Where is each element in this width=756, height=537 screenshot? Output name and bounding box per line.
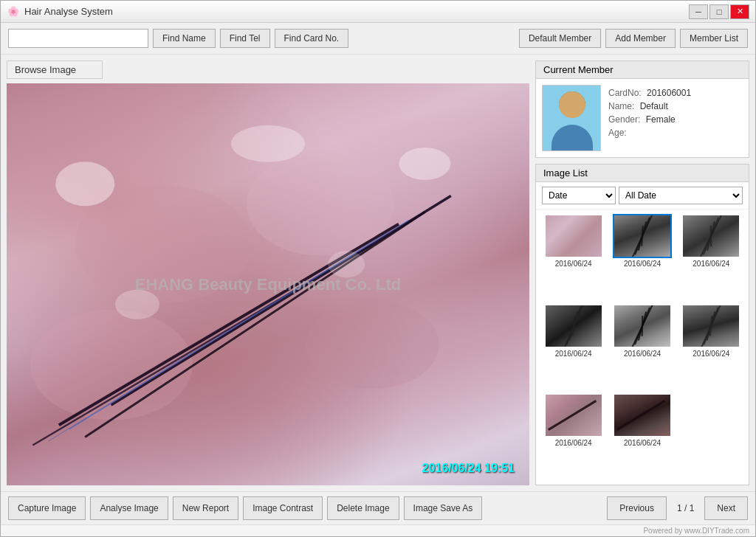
page-separator: /: [684, 503, 687, 513]
thumbnail-svg: [614, 305, 670, 347]
svg-line-18: [642, 226, 643, 246]
window-controls: ─ □ ✕: [689, 4, 749, 19]
bottom-bar: Capture Image Analyse Image New Report I…: [1, 491, 755, 524]
find-tel-button[interactable]: Find Tel: [220, 29, 270, 48]
thumbnail-svg: [546, 395, 602, 436]
thumbnail-image: [681, 214, 740, 258]
card-no-label: CardNo:: [608, 88, 642, 98]
list-item[interactable]: 2016/06/24: [540, 214, 606, 301]
svg-line-35: [548, 401, 596, 430]
minimize-button[interactable]: ─: [689, 4, 708, 19]
thumbnail-image: [544, 304, 603, 348]
list-item[interactable]: 2016/06/24: [609, 393, 675, 480]
thumbnail-date: 2016/06/24: [693, 260, 729, 268]
close-button[interactable]: ✕: [730, 4, 749, 19]
thumbnail-date: 2016/06/24: [555, 350, 592, 358]
search-input[interactable]: [8, 29, 148, 48]
maximize-button[interactable]: □: [709, 4, 729, 19]
member-info: CardNo: 201606001 Name: Default Gender: …: [536, 79, 749, 157]
thumbnail-svg: [614, 215, 670, 257]
thumbnail-svg: [546, 305, 602, 347]
main-content: Browse Image: [1, 55, 755, 491]
find-card-no-button[interactable]: Find Card No.: [275, 29, 349, 48]
thumbnail-svg: [683, 215, 739, 257]
browse-image-label: Browse Image: [7, 60, 103, 79]
status-text: Powered by www.DIYTrade.com: [643, 527, 749, 535]
delete-image-button[interactable]: Delete Image: [327, 496, 399, 520]
image-save-as-button[interactable]: Image Save As: [404, 496, 483, 520]
thumbnail-image: [544, 393, 603, 437]
analyse-image-button[interactable]: Analyse Image: [90, 496, 168, 520]
member-list-button[interactable]: Member List: [680, 29, 748, 48]
avatar-body: [551, 125, 593, 150]
svg-point-2: [306, 300, 439, 389]
thumbnail-date: 2016/06/24: [555, 260, 592, 268]
list-item[interactable]: 2016/06/24: [609, 304, 675, 391]
member-avatar: [542, 85, 601, 151]
window-title: Hair Analyse System: [24, 6, 113, 17]
avatar-figure: [543, 85, 600, 150]
thumbnail-date: 2016/06/24: [624, 350, 661, 358]
page-info: 1 / 1: [671, 503, 700, 513]
all-date-filter-select[interactable]: All Date: [619, 187, 743, 204]
svg-line-36: [617, 401, 665, 430]
thumbnail-svg: [546, 215, 602, 257]
member-section: Current Member CardNo: 201606001: [535, 60, 749, 158]
gender-value: Female: [646, 114, 676, 125]
svg-point-14: [328, 251, 365, 277]
thumbnail-image: [544, 214, 603, 258]
date-filter-select[interactable]: Date: [542, 187, 616, 204]
list-item[interactable]: 2016/06/24: [678, 214, 744, 301]
find-name-button[interactable]: Find Name: [153, 29, 216, 48]
thumbnail-image: [613, 304, 672, 348]
list-item[interactable]: 2016/06/24: [678, 304, 744, 391]
card-no-value: 201606001: [647, 88, 691, 98]
thumbnail-image: [613, 214, 672, 258]
svg-point-11: [231, 125, 305, 162]
card-no-row: CardNo: 201606001: [608, 88, 743, 98]
thumbnail-svg: [683, 305, 739, 347]
left-panel: Browse Image: [7, 60, 529, 485]
right-panel: Current Member CardNo: 201606001: [535, 60, 749, 485]
avatar-head: [559, 91, 585, 118]
name-value: Default: [640, 101, 668, 111]
svg-line-34: [710, 316, 712, 336]
pagination: Previous 1 / 1 Next: [607, 496, 748, 520]
gender-row: Gender: Female: [608, 114, 743, 125]
main-window: 🌸 Hair Analyse System ─ □ ✕ Find Name Fi…: [0, 0, 756, 537]
thumbnail-date: 2016/06/24: [624, 260, 661, 268]
thumbnail-date: 2016/06/24: [624, 439, 661, 447]
list-item[interactable]: 2016/06/24: [540, 393, 606, 480]
thumbnail-date: 2016/06/24: [555, 439, 592, 447]
svg-point-10: [55, 162, 114, 206]
image-timestamp: 2016/06/24 19:51: [422, 462, 515, 475]
thumbnail-svg: [614, 395, 670, 436]
main-image: EHANG Beauty Equipment Co. Ltd 2016/06/2…: [7, 83, 529, 485]
name-row: Name: Default: [608, 101, 743, 111]
next-button[interactable]: Next: [704, 496, 748, 520]
image-list-section: Image List Date All Date 2016/06/242016/…: [535, 164, 749, 485]
svg-point-0: [75, 185, 252, 303]
default-member-button[interactable]: Default Member: [519, 29, 601, 48]
age-row: Age:: [608, 128, 743, 138]
list-item[interactable]: 2016/06/24: [540, 304, 606, 391]
image-container: EHANG Beauty Equipment Co. Ltd 2016/06/2…: [7, 83, 529, 485]
gender-label: Gender:: [608, 114, 640, 125]
app-icon: 🌸: [7, 5, 20, 18]
svg-line-30: [642, 316, 643, 336]
member-details: CardNo: 201606001 Name: Default Gender: …: [608, 85, 743, 151]
toolbar-right: Default Member Add Member Member List: [519, 29, 748, 48]
list-item[interactable]: 2016/06/24: [609, 214, 675, 301]
age-label: Age:: [608, 128, 627, 138]
capture-image-button[interactable]: Capture Image: [8, 496, 86, 520]
add-member-button[interactable]: Add Member: [605, 29, 676, 48]
thumbnail-grid: 2016/06/242016/06/242016/06/242016/06/24…: [536, 209, 749, 485]
title-bar-left: 🌸 Hair Analyse System: [7, 5, 113, 18]
image-list-header: Image List: [536, 164, 749, 182]
status-bar: Powered by www.DIYTrade.com: [1, 524, 755, 536]
image-contrast-button[interactable]: Image Contrast: [243, 496, 323, 520]
new-report-button[interactable]: New Report: [173, 496, 238, 520]
current-member-header: Current Member: [536, 61, 749, 79]
previous-button[interactable]: Previous: [607, 496, 667, 520]
svg-point-12: [399, 148, 450, 180]
